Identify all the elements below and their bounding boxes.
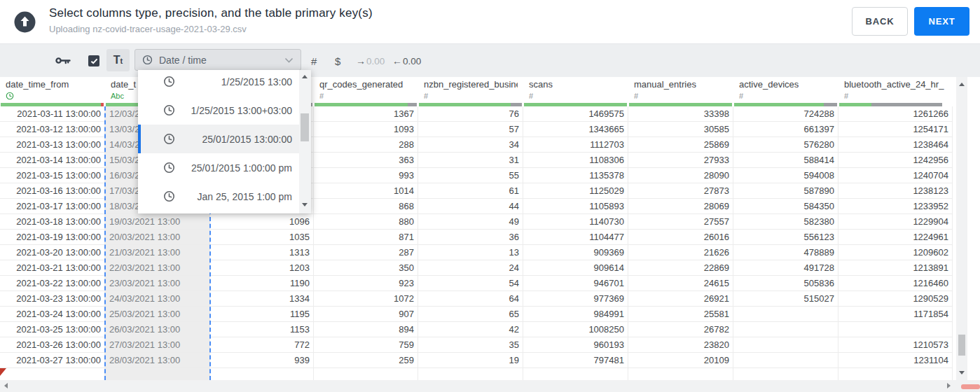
table-cell[interactable]: 65 [418,307,523,322]
table-cell[interactable]: 26/03/2021 13:00 [105,322,210,337]
table-cell[interactable]: 20/03/2021 13:00 [105,230,210,245]
table-cell[interactable]: 977369 [523,291,628,307]
table-cell[interactable]: 1203 [210,260,314,276]
table-cell[interactable]: 1313 [210,245,314,260]
table-cell[interactable]: 1242956 [838,153,953,168]
table-cell[interactable]: 42 [418,322,523,337]
table-cell[interactable]: 2021-03-12 13:00:00 [0,122,105,137]
table-cell[interactable]: 27933 [628,153,733,168]
format-option[interactable]: 1/25/2015 13:00 [138,70,299,96]
table-cell[interactable]: 478889 [733,245,838,260]
table-cell[interactable]: 1290529 [838,291,953,307]
table-cell[interactable]: 907 [314,307,418,322]
table-cell[interactable]: 1343665 [523,122,628,137]
table-cell[interactable]: 1254171 [838,122,953,137]
table-cell[interactable]: 2021-03-11 13:00:00 [0,106,105,122]
table-cell[interactable]: 661397 [733,122,838,137]
table-cell[interactable]: 515027 [733,291,838,307]
table-cell[interactable]: 576280 [733,137,838,153]
table-cell[interactable]: 26016 [628,230,733,245]
back-button[interactable]: BACK [852,7,908,36]
table-cell[interactable]: 1233952 [838,199,953,214]
table-cell[interactable]: 1125029 [523,183,628,199]
table-cell[interactable]: 1153 [210,322,314,337]
column-header-bluetooth_active_24_hr_[interactable]: bluetooth_active_24_hr_# [838,77,953,106]
table-cell[interactable]: 880 [314,214,418,230]
table-cell[interactable]: 1213891 [838,260,953,276]
table-cell[interactable]: 1140730 [523,214,628,230]
table-cell[interactable]: 23/03/2021 13:00 [105,276,210,291]
table-cell[interactable]: 2021-03-19 13:00:00 [0,230,105,245]
table-cell[interactable]: 28090 [628,168,733,183]
table-cell[interactable]: 923 [314,276,418,291]
table-cell[interactable]: 25581 [628,307,733,322]
table-cell[interactable]: 57 [418,122,523,137]
table-cell[interactable]: 25869 [628,137,733,153]
table-cell[interactable]: 1367 [314,106,418,122]
table-cell[interactable]: 28069 [628,199,733,214]
column-header-nzbn_registered_busine[interactable]: nzbn_registered_busine# [418,77,523,106]
table-cell[interactable]: 1238123 [838,183,953,199]
decrease-decimal-button[interactable]: ←0.00 [392,44,421,78]
table-cell[interactable]: 33398 [628,106,733,122]
table-cell[interactable]: 772 [210,337,314,353]
scroll-down-icon[interactable] [302,203,308,206]
format-option[interactable]: Jan 25, 2015 1:00 pm [138,182,299,211]
table-cell[interactable]: 24615 [628,276,733,291]
table-cell[interactable]: 797481 [523,353,628,368]
table-cell[interactable]: 259 [314,353,418,368]
table-cell[interactable]: 1238464 [838,137,953,153]
vertical-scroll-thumb[interactable] [958,335,965,356]
table-cell[interactable]: 584350 [733,199,838,214]
table-cell[interactable]: 1210573 [838,337,953,353]
format-menu-scroll-thumb[interactable] [301,113,309,141]
table-cell[interactable]: 55 [418,168,523,183]
table-cell[interactable]: 24/03/2021 13:00 [105,291,210,307]
table-cell[interactable]: 1224961 [838,230,953,245]
table-cell[interactable]: 1072 [314,291,418,307]
table-cell[interactable]: 2021-03-14 13:00:00 [0,153,105,168]
table-cell[interactable]: 28/03/2021 13:00 [105,353,210,368]
format-option[interactable]: 1/25/2015 13:00+03:00 [138,96,299,125]
table-cell[interactable]: 1171854 [838,307,953,322]
table-cell[interactable]: 1104477 [523,230,628,245]
table-cell[interactable]: 993 [314,168,418,183]
table-cell[interactable]: 724288 [733,106,838,122]
next-button[interactable]: NEXT [914,7,969,36]
table-cell[interactable]: 20109 [628,353,733,368]
table-cell[interactable] [733,307,838,322]
column-header-date_time_from[interactable]: date_time_from [0,77,105,106]
table-cell[interactable]: 759 [314,337,418,353]
text-type-button[interactable]: Tt [106,49,130,71]
table-cell[interactable]: 27873 [628,183,733,199]
table-cell[interactable]: 1190 [210,276,314,291]
include-column-checkbox[interactable] [88,55,99,66]
table-cell[interactable]: 2021-03-13 13:00:00 [0,137,105,153]
table-cell[interactable]: 2021-03-21 13:00:00 [0,260,105,276]
table-cell[interactable]: 2021-03-26 13:00:00 [0,337,105,353]
table-cell[interactable]: 1195 [210,307,314,322]
table-cell[interactable]: 868 [314,199,418,214]
table-cell[interactable]: 1469575 [523,106,628,122]
table-cell[interactable]: 1105893 [523,199,628,214]
currency-type-button[interactable]: $ [335,44,340,78]
table-cell[interactable]: 2021-03-25 13:00:00 [0,322,105,337]
scroll-right-icon[interactable] [947,383,951,388]
table-cell[interactable]: 2021-03-16 13:00:00 [0,183,105,199]
table-cell[interactable]: 894 [314,322,418,337]
table-cell[interactable]: 363 [314,153,418,168]
table-cell[interactable]: 23820 [628,337,733,353]
table-cell[interactable]: 1229904 [838,214,953,230]
table-cell[interactable]: 22/03/2021 13:00 [105,260,210,276]
table-cell[interactable]: 31 [418,153,523,168]
column-header-scans[interactable]: scans# [523,77,628,106]
table-cell[interactable]: 1231104 [838,353,953,368]
table-cell[interactable]: 64 [418,291,523,307]
table-cell[interactable]: 871 [314,230,418,245]
table-cell[interactable]: 1096 [210,214,314,230]
table-cell[interactable]: 582380 [733,214,838,230]
column-header-active_devices[interactable]: active_devices# [733,77,838,106]
table-cell[interactable]: 2021-03-22 13:00:00 [0,276,105,291]
table-cell[interactable]: 1108306 [523,153,628,168]
table-cell[interactable]: 34 [418,137,523,153]
